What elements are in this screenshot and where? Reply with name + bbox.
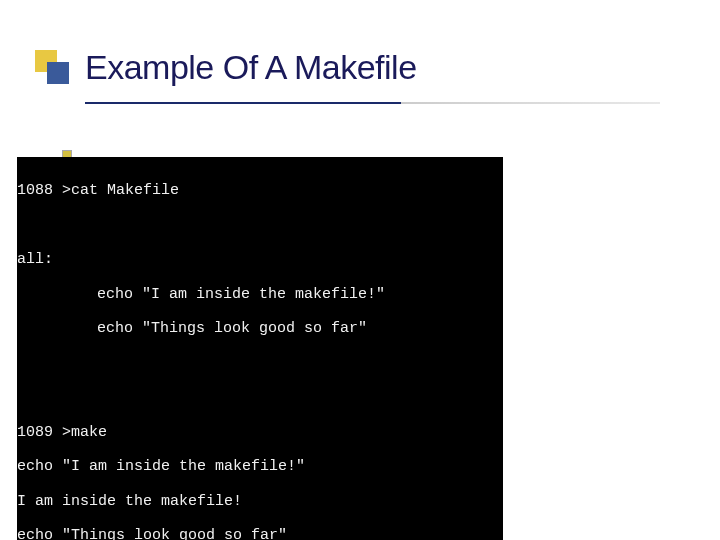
title-underline xyxy=(85,102,660,104)
terminal-blank-line xyxy=(17,217,503,234)
terminal-line: all: xyxy=(17,251,503,268)
terminal-line: echo "Things look good so far" xyxy=(17,320,503,337)
slide-title-container: Example Of A Makefile xyxy=(85,48,645,87)
terminal-line: 1089 >make xyxy=(17,424,503,441)
decoration-blue-square xyxy=(47,62,69,84)
title-decoration xyxy=(35,50,70,85)
terminal-blank-line xyxy=(17,389,503,406)
terminal-line: echo "I am inside the makefile!" xyxy=(17,458,503,475)
slide-title: Example Of A Makefile xyxy=(85,48,645,87)
terminal-line: echo "Things look good so far" xyxy=(17,527,503,540)
terminal-line: echo "I am inside the makefile!" xyxy=(17,286,503,303)
terminal-line: 1088 >cat Makefile xyxy=(17,182,503,199)
terminal-blank-line xyxy=(17,355,503,372)
terminal-line: I am inside the makefile! xyxy=(17,493,503,510)
terminal-window: 1088 >cat Makefile all: echo "I am insid… xyxy=(17,157,503,540)
